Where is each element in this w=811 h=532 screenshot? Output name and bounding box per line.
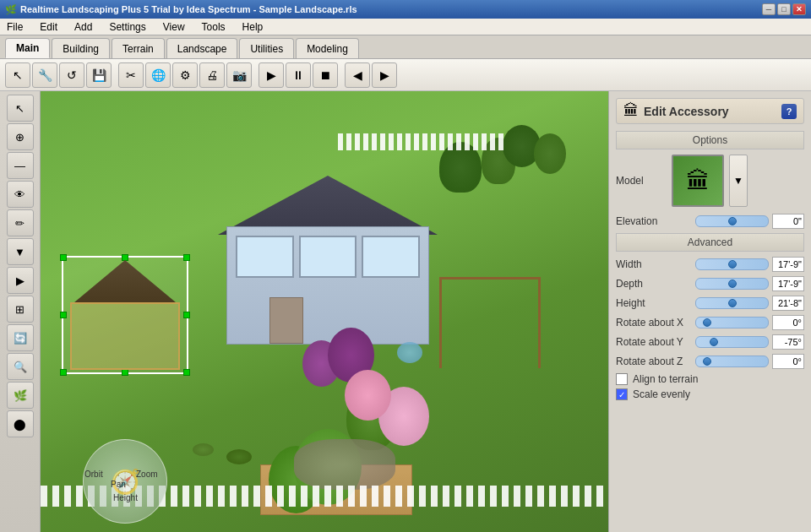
tool-select[interactable]: ↖ xyxy=(5,62,30,88)
tab-terrain[interactable]: Terrain xyxy=(112,38,165,58)
rotate-y-slider[interactable] xyxy=(695,336,769,348)
menu-view[interactable]: View xyxy=(160,19,188,35)
app-icon: 🌿 xyxy=(5,4,17,15)
handle-tc[interactable] xyxy=(122,254,128,261)
tool-print[interactable]: 🖨 xyxy=(199,62,225,88)
minimize-button[interactable]: ─ xyxy=(762,3,776,15)
sidebar-edit[interactable]: ✏ xyxy=(7,209,34,236)
rotate-y-label: Rotate about Y xyxy=(616,336,692,348)
tool-move[interactable]: 🔧 xyxy=(32,62,57,88)
depth-slider[interactable] xyxy=(695,278,769,290)
sidebar-rotate[interactable]: 🔄 xyxy=(7,324,34,351)
titlebar: 🌿 Realtime Landscaping Plus 5 Trial by I… xyxy=(0,0,811,19)
tab-building[interactable]: Building xyxy=(52,38,110,58)
tab-modeling[interactable]: Modeling xyxy=(296,38,359,58)
viewport[interactable]: 🧭 Orbit Pan Zoom Height xyxy=(41,91,608,532)
tool-pause[interactable]: ⏸ xyxy=(286,62,311,88)
handle-bl[interactable] xyxy=(60,369,67,376)
model-label: Model xyxy=(616,175,667,187)
width-slider[interactable] xyxy=(695,258,769,270)
rotate-z-slider[interactable] xyxy=(695,356,769,367)
handle-tr[interactable] xyxy=(183,254,190,261)
tool-play[interactable]: ▶ xyxy=(259,62,284,88)
menu-settings[interactable]: Settings xyxy=(106,19,149,35)
tree-pink-1 xyxy=(345,370,391,421)
advanced-section: Advanced Width 17'-9" Depth 17'-9" Heigh… xyxy=(616,233,804,400)
width-label: Width xyxy=(616,258,692,270)
align-terrain-label: Align to terrain xyxy=(633,373,698,385)
titlebar-left: 🌿 Realtime Landscaping Plus 5 Trial by I… xyxy=(5,4,357,15)
maximize-button[interactable]: □ xyxy=(777,3,791,15)
sidebar-select[interactable]: ↖ xyxy=(7,95,34,122)
handle-br[interactable] xyxy=(183,369,190,376)
sidebar-down[interactable]: ▼ xyxy=(7,238,34,265)
sidebar-circle[interactable]: ⬤ xyxy=(7,410,34,437)
tool-prev[interactable]: ◀ xyxy=(345,62,370,88)
close-button[interactable]: ✕ xyxy=(792,3,806,15)
window-title: Realtime Landscaping Plus 5 Trial by Ide… xyxy=(20,4,357,14)
panel-header: 🏛 Edit Accessory ? xyxy=(616,98,804,124)
rotate-x-label: Rotate about X xyxy=(616,317,692,328)
tool-save[interactable]: 💾 xyxy=(86,62,112,88)
handle-bc[interactable] xyxy=(122,369,128,376)
window-3 xyxy=(362,236,420,278)
menu-add[interactable]: Add xyxy=(71,19,95,35)
menu-help[interactable]: Help xyxy=(239,19,267,35)
align-terrain-row: Align to terrain xyxy=(616,373,804,385)
sidebar-add[interactable]: ⊕ xyxy=(7,123,34,150)
nav-compass[interactable]: 🧭 xyxy=(83,439,167,524)
tool-cut[interactable]: ✂ xyxy=(118,62,144,88)
align-terrain-checkbox[interactable] xyxy=(616,373,628,385)
toolbar: ↖ 🔧 ↺ 💾 ✂ 🌐 ⚙ 🖨 📷 ▶ ⏸ ⏹ ◀ ▶ xyxy=(0,59,811,91)
tabbar: Main Building Terrain Landscape Utilitie… xyxy=(0,35,811,59)
door xyxy=(269,297,303,344)
menu-edit[interactable]: Edit xyxy=(36,19,61,35)
menu-file[interactable]: File xyxy=(3,19,26,35)
handle-ml[interactable] xyxy=(60,312,67,318)
model-row: Model 🏛 ▼ xyxy=(616,155,804,207)
house-body xyxy=(226,226,429,345)
help-button[interactable]: ? xyxy=(781,104,797,119)
model-dropdown[interactable]: ▼ xyxy=(729,155,748,207)
gazebo-body xyxy=(70,302,180,370)
tool-camera[interactable]: 📷 xyxy=(226,62,252,88)
height-label: Height xyxy=(616,297,692,309)
model-preview[interactable]: 🏛 xyxy=(672,155,724,207)
sidebar-grid[interactable]: ⊞ xyxy=(7,296,34,323)
house xyxy=(210,159,446,345)
sidebar-plant[interactable]: 🌿 xyxy=(7,382,34,409)
elevation-row: Elevation 0" xyxy=(616,214,804,229)
tool-next[interactable]: ▶ xyxy=(372,62,397,88)
handle-mr[interactable] xyxy=(183,312,190,318)
tool-undo[interactable]: ↺ xyxy=(59,62,84,88)
tab-landscape[interactable]: Landscape xyxy=(166,38,238,58)
handle-tl[interactable] xyxy=(60,254,67,261)
panel-title: Edit Accessory xyxy=(644,105,729,118)
elevation-slider[interactable] xyxy=(695,215,769,227)
rotate-x-slider[interactable] xyxy=(695,317,769,328)
rotate-x-value: 0° xyxy=(772,315,804,330)
tool-globe[interactable]: 🌐 xyxy=(145,62,171,88)
tab-utilities[interactable]: Utilities xyxy=(239,38,294,58)
tree-bg-4 xyxy=(534,133,566,174)
tool-settings[interactable]: ⚙ xyxy=(172,62,198,88)
rotate-z-label: Rotate about Z xyxy=(616,356,692,367)
fence-top xyxy=(338,133,507,150)
sidebar-remove[interactable]: — xyxy=(7,152,34,179)
height-slider[interactable] xyxy=(695,297,769,309)
scale-evenly-checkbox[interactable]: ✓ xyxy=(616,388,628,400)
water-feature xyxy=(397,342,422,363)
sidebar-right[interactable]: ▶ xyxy=(7,267,34,294)
depth-value: 17'-9" xyxy=(772,276,804,291)
height-value: 21'-8" xyxy=(772,296,804,311)
sidebar-view[interactable]: 👁 xyxy=(7,181,34,208)
tool-stop[interactable]: ⏹ xyxy=(313,62,338,88)
scale-evenly-row: ✓ Scale evenly xyxy=(616,388,804,400)
menu-tools[interactable]: Tools xyxy=(199,19,229,35)
rotate-z-thumb xyxy=(703,357,711,366)
right-panel: 🏛 Edit Accessory ? Options Model 🏛 ▼ Ele… xyxy=(608,91,811,532)
tab-main[interactable]: Main xyxy=(5,38,50,58)
rotate-x-thumb xyxy=(703,318,711,327)
sidebar-zoom[interactable]: 🔍 xyxy=(7,353,34,380)
window-2 xyxy=(299,236,357,278)
